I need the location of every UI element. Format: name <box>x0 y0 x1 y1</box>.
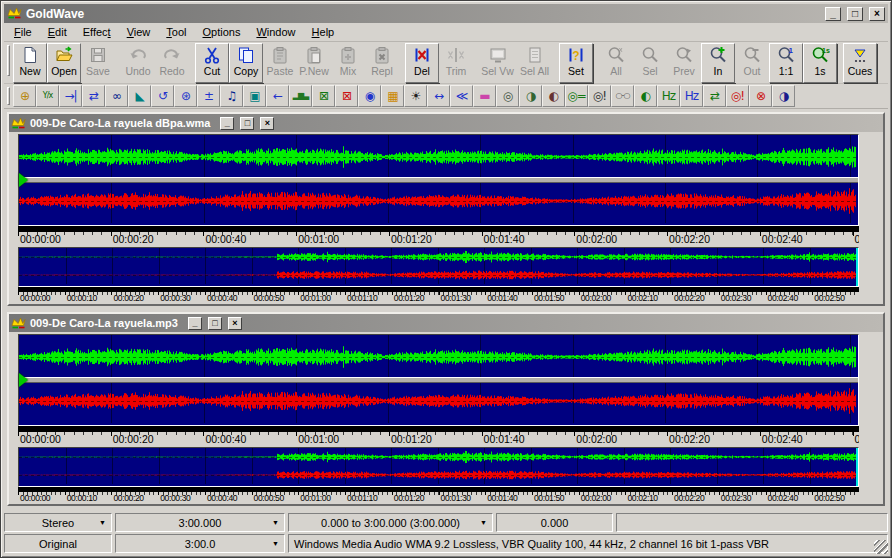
major-tick <box>296 231 297 236</box>
toolbar-button-label: Undo <box>125 65 150 77</box>
starburst-icon[interactable]: ☀ <box>404 85 427 107</box>
doc-maximize-button[interactable]: □ <box>208 317 222 330</box>
major-tick <box>766 491 767 495</box>
menu-item-options[interactable]: Options <box>195 24 249 40</box>
minimize-button[interactable]: _ <box>825 7 841 21</box>
doc-minimize-button[interactable]: _ <box>220 117 234 130</box>
playback-clock-icon[interactable]: ◑ <box>772 85 795 107</box>
mixer-icon[interactable]: ♫ <box>220 85 243 107</box>
set-selection-button[interactable]: ?Set <box>559 43 593 83</box>
major-tick <box>482 431 483 436</box>
playback-length-select[interactable]: 3:00.0 ▼ <box>115 534 285 553</box>
open-button[interactable]: Open <box>47 43 81 83</box>
svg-text:?: ? <box>572 49 579 63</box>
playback-rate-icon[interactable]: ⊕ <box>13 85 36 107</box>
channel-mode-select[interactable]: Stereo ▼ <box>4 513 112 532</box>
balance-knob-icon[interactable]: ◎= <box>565 85 588 107</box>
effect-glyph: ◐ <box>641 90 650 102</box>
small-knobs-icon[interactable]: ○-○ <box>611 85 634 107</box>
spectrum-bar-icon[interactable]: ▬ <box>473 85 496 107</box>
noise-gate-icon[interactable]: ▦ <box>381 85 404 107</box>
fade-out-knob-icon[interactable]: ◐ <box>542 85 565 107</box>
major-tick <box>345 291 346 295</box>
mute-lips-icon[interactable]: ⊗ <box>749 85 772 107</box>
waveform-overview[interactable] <box>18 247 859 287</box>
matrix-check-icon[interactable]: ⊠ <box>312 85 335 107</box>
expander-icon[interactable]: ⇄ <box>82 85 105 107</box>
undo-icon <box>128 45 148 65</box>
fade-ramp-icon[interactable]: ◣ <box>128 85 151 107</box>
menu-item-tool[interactable]: Tool <box>158 24 194 40</box>
squeeze-icon[interactable]: ↔ <box>427 85 450 107</box>
resize-grip[interactable] <box>874 540 888 554</box>
expression-evaluator-icon[interactable]: Y/x <box>36 85 59 107</box>
total-length-select[interactable]: 3:00.000 ▼ <box>115 513 285 532</box>
major-tick <box>298 291 299 295</box>
doc-minimize-button[interactable]: _ <box>188 317 202 330</box>
zoom-in-button[interactable]: In <box>701 43 735 83</box>
maximize-button[interactable]: □ <box>847 7 863 21</box>
menu-item-window[interactable]: Window <box>248 24 303 40</box>
maximize-knob-icon[interactable]: ◎! <box>588 85 611 107</box>
channel-split-bar[interactable] <box>19 377 858 383</box>
selection-range-select[interactable]: 0.000 to 3:00.000 (3:00.000) ▼ <box>288 513 493 532</box>
fade-in-knob-icon[interactable]: ◑ <box>519 85 542 107</box>
toolbar-button-label: Redo <box>159 65 184 77</box>
hz-play-icon[interactable]: Hz <box>657 85 680 107</box>
major-tick <box>766 291 767 295</box>
equalizer-icon[interactable]: ▂▆▃ <box>289 85 312 107</box>
seek-marker-icon[interactable]: →| <box>59 85 82 107</box>
resample-icon[interactable]: ⇄ <box>703 85 726 107</box>
waveform-main-view[interactable] <box>18 334 859 426</box>
selection-end-marker[interactable] <box>856 448 858 486</box>
matrix-x-icon[interactable]: ⊠ <box>335 85 358 107</box>
document-titlebar[interactable]: 009-De Caro-La rayuela.mp3 _ □ × <box>9 314 883 332</box>
time-axis: 00:00:0000:00:2000:00:4000:01:0000:01:20… <box>18 226 859 243</box>
doc-close-button[interactable]: × <box>260 117 274 130</box>
volume-knob-icon[interactable]: ◎ <box>496 85 519 107</box>
zoom-1-1-button[interactable]: 11:1 <box>769 43 803 83</box>
playback-marker-icon[interactable] <box>19 373 28 387</box>
menu-item-edit[interactable]: Edit <box>40 24 75 40</box>
menu-item-file[interactable]: File <box>6 24 40 40</box>
channel-split-bar[interactable] <box>19 177 858 183</box>
offset-icon[interactable]: ← <box>266 85 289 107</box>
copy-button[interactable]: Copy <box>229 43 263 83</box>
clipboard-clip-icon[interactable]: ≪ <box>450 85 473 107</box>
selection-end-marker[interactable] <box>856 248 858 286</box>
major-tick <box>158 291 159 295</box>
menu-item-effect[interactable]: Effect <box>75 24 119 40</box>
hz-step-icon[interactable]: Hz <box>680 85 703 107</box>
playback-marker-icon[interactable] <box>19 173 28 187</box>
menu-item-view[interactable]: View <box>119 24 159 40</box>
effect-glyph: ☀ <box>411 90 421 102</box>
zoom-1s-button[interactable]: 1s1s <box>803 43 837 83</box>
cues-button[interactable]: Cues <box>843 43 877 83</box>
doc-close-button[interactable]: × <box>228 317 242 330</box>
delete-button[interactable]: Del <box>405 43 439 83</box>
level-knob-icon[interactable]: ◎! <box>726 85 749 107</box>
cut-button[interactable]: Cut <box>195 43 229 83</box>
doppler-icon[interactable]: ∞ <box>105 85 128 107</box>
cd-reader-icon[interactable]: ◉ <box>358 85 381 107</box>
effect-glyph: ≪ <box>456 90 468 102</box>
effect-glyph: ◎! <box>593 90 606 102</box>
new-button[interactable]: New <box>13 43 47 83</box>
toolbar-grip[interactable] <box>7 45 10 76</box>
flanger-icon[interactable]: ⊛ <box>174 85 197 107</box>
toolbar-button-label: Repl <box>371 65 393 77</box>
close-button[interactable]: × <box>869 7 885 21</box>
pan-knob-icon[interactable]: ◐ <box>634 85 657 107</box>
mechanize-icon[interactable]: ± <box>197 85 220 107</box>
status-bar: Stereo ▼ 3:00.000 ▼ 0.000 to 3:00.000 (3… <box>4 511 888 554</box>
menu-item-help[interactable]: Help <box>304 24 343 40</box>
main-titlebar[interactable]: GoldWave _ □ × <box>4 4 888 23</box>
document-titlebar[interactable]: 009-De Caro-La rayuela dBpa.wma _ □ × <box>9 114 883 132</box>
major-tick <box>111 291 112 295</box>
waveform-main-view[interactable] <box>18 134 859 226</box>
doc-maximize-button[interactable]: □ <box>240 117 254 130</box>
multichannel-icon[interactable]: ▣ <box>243 85 266 107</box>
waveform-overview[interactable] <box>18 447 859 487</box>
toolbar-grip[interactable] <box>7 87 10 105</box>
reverse-icon[interactable]: ↺ <box>151 85 174 107</box>
